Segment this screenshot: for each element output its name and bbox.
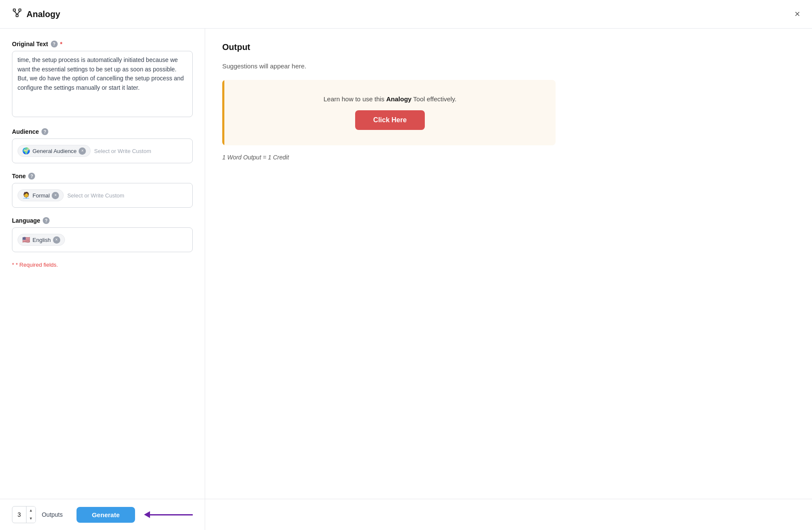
original-text-label: Original Text ? *	[12, 41, 193, 47]
left-bottom: 3 ▲ ▼ Outputs Generate	[0, 499, 205, 530]
outputs-label: Outputs	[42, 511, 63, 518]
page-title: Analogy	[26, 9, 60, 19]
tone-label: Tone ?	[12, 173, 193, 180]
original-text-input[interactable]: time, the setup process is automatically…	[12, 51, 193, 117]
info-card-text: Learn how to use this Analogy Tool effec…	[324, 95, 456, 103]
arrow-annotation	[144, 511, 193, 518]
outputs-stepper[interactable]: 3 ▲ ▼	[12, 506, 36, 523]
info-card: Learn how to use this Analogy Tool effec…	[222, 80, 556, 145]
language-tag-emoji: 🇺🇸	[22, 236, 30, 244]
header-left: Analogy	[12, 8, 60, 21]
audience-tag: 🌍 General Audience ×	[18, 145, 91, 157]
svg-line-3	[15, 11, 18, 15]
tone-input-box[interactable]: 🧑‍💼 Formal × Select or Write Custom	[12, 183, 193, 208]
info-card-content: Learn how to use this Analogy Tool effec…	[224, 80, 556, 145]
analogy-icon	[12, 8, 22, 21]
click-here-button[interactable]: Click Here	[355, 110, 424, 130]
audience-tag-close[interactable]: ×	[79, 147, 86, 155]
audience-input-box[interactable]: 🌍 General Audience × Select or Write Cus…	[12, 138, 193, 163]
audience-tag-text: General Audience	[32, 148, 76, 154]
tone-tag-close[interactable]: ×	[52, 192, 59, 199]
arrow-line	[150, 514, 193, 515]
tone-tag: 🧑‍💼 Formal ×	[18, 189, 64, 201]
tone-tag-emoji: 🧑‍💼	[22, 191, 30, 199]
stepper-down[interactable]: ▼	[26, 515, 35, 523]
language-tag-close[interactable]: ×	[53, 236, 60, 244]
language-tag-text: English	[32, 237, 51, 243]
generate-button[interactable]: Generate	[76, 507, 135, 523]
language-tag: 🇺🇸 English ×	[18, 234, 65, 246]
suggestions-placeholder: Suggestions will appear here.	[222, 62, 795, 70]
close-button[interactable]: ×	[794, 9, 800, 19]
output-title: Output	[222, 42, 795, 52]
audience-group: Audience ? 🌍 General Audience × Select o…	[12, 128, 193, 163]
tone-group: Tone ? 🧑‍💼 Formal × Select or Write Cust…	[12, 173, 193, 208]
audience-help-icon[interactable]: ?	[41, 128, 48, 135]
tone-tag-text: Formal	[32, 192, 50, 199]
tone-placeholder: Select or Write Custom	[67, 192, 124, 199]
outputs-value: 3	[12, 506, 26, 523]
required-fields-note: * * Required fields.	[12, 262, 193, 268]
language-group: Language ? 🇺🇸 English ×	[12, 217, 193, 252]
main-content: Original Text ? * time, the setup proces…	[0, 29, 812, 499]
credit-note: 1 Word Output = 1 Credit	[222, 154, 795, 161]
right-panel: Output Suggestions will appear here. Lea…	[205, 29, 812, 499]
original-text-group: Original Text ? * time, the setup proces…	[12, 41, 193, 119]
required-star: *	[60, 41, 62, 47]
language-help-icon[interactable]: ?	[43, 217, 50, 224]
language-label: Language ?	[12, 217, 193, 224]
header: Analogy ×	[0, 0, 812, 29]
audience-label: Audience ?	[12, 128, 193, 135]
svg-line-4	[17, 11, 20, 15]
stepper-up[interactable]: ▲	[26, 506, 35, 515]
audience-placeholder: Select or Write Custom	[94, 148, 151, 154]
stepper-arrows: ▲ ▼	[26, 506, 35, 523]
panel-bottom: 3 ▲ ▼ Outputs Generate	[0, 499, 812, 530]
tone-help-icon[interactable]: ?	[28, 173, 35, 180]
audience-tag-emoji: 🌍	[22, 147, 30, 155]
left-panel: Original Text ? * time, the setup proces…	[0, 29, 205, 499]
language-input-box[interactable]: 🇺🇸 English ×	[12, 227, 193, 252]
original-text-help-icon[interactable]: ?	[51, 41, 58, 47]
arrow-head	[144, 511, 150, 518]
